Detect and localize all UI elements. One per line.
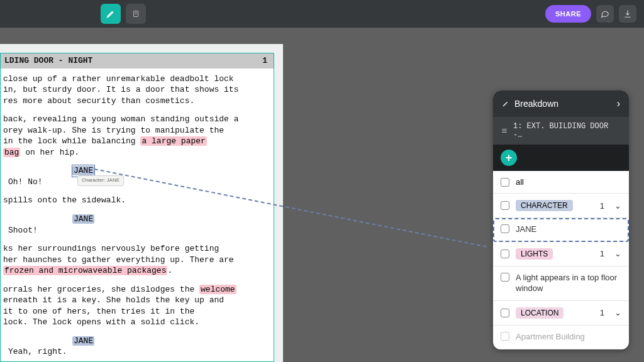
- tag-character[interactable]: JANE: [72, 166, 94, 175]
- tag-item-jane[interactable]: JANE: [493, 218, 629, 242]
- tag-item-label: JANE: [516, 224, 536, 235]
- document-mode-button[interactable]: [126, 4, 146, 24]
- category-count: 1: [600, 249, 604, 258]
- chevron-down-icon[interactable]: ⌄: [614, 308, 621, 317]
- stage: LDING DOOR - NIGHT 1 close up of a rathe…: [0, 28, 644, 362]
- tag-character[interactable]: JANE: [72, 214, 94, 224]
- checkbox[interactable]: [501, 332, 509, 341]
- category-count: 1: [600, 201, 604, 211]
- checkbox[interactable]: [501, 309, 509, 317]
- category-count: 1: [600, 308, 604, 317]
- tag-item-label: Apartment Building: [516, 332, 585, 343]
- category-pill: CHARACTER: [516, 200, 573, 211]
- action-paragraph: back, revealing a young woman standing o…: [3, 114, 270, 158]
- character-cue[interactable]: JANE Character: JANE: [3, 165, 270, 177]
- dialogue: Shoot!: [3, 225, 270, 236]
- chevron-down-icon[interactable]: ⌄: [614, 249, 621, 258]
- checkbox[interactable]: [501, 201, 509, 210]
- comment-button[interactable]: [596, 5, 614, 23]
- tag-item-location[interactable]: Apartment Building: [493, 326, 629, 349]
- panel-scene-label: 1: EXT. BUILDING DOOR -…: [513, 122, 621, 140]
- topbar-left: [101, 4, 146, 24]
- dialogue: Yeah, right.: [3, 346, 270, 358]
- scene-heading[interactable]: LDING DOOR - NIGHT 1: [1, 53, 274, 69]
- add-tag-button[interactable]: +: [501, 150, 517, 166]
- category-pill: LOCATION: [516, 307, 564, 319]
- action-paragraph: ks her surroundings nervously before get…: [3, 243, 270, 277]
- chevron-right-icon: ›: [617, 98, 620, 109]
- character-cue[interactable]: JANE: [3, 336, 270, 347]
- action-paragraph: orrals her groceries, she dislodges the …: [3, 284, 270, 328]
- download-button[interactable]: [619, 5, 636, 23]
- action-paragraph: spills onto the sidewalk.: [3, 195, 270, 206]
- page-wrapper: LDING DOOR - NIGHT 1 close up of a rathe…: [0, 44, 283, 362]
- checkbox[interactable]: [501, 250, 509, 258]
- breakdown-panel: Breakdown › 1: EXT. BUILDING DOOR -… + a…: [493, 90, 629, 349]
- checkbox[interactable]: [501, 273, 509, 282]
- magic-wand-icon: [502, 100, 509, 107]
- chevron-down-icon[interactable]: ⌄: [614, 201, 621, 211]
- dialogue: Oh! No!: [3, 177, 270, 188]
- panel-header[interactable]: Breakdown ›: [493, 90, 629, 117]
- character-cue[interactable]: JANE: [3, 214, 270, 225]
- panel-scene-row[interactable]: 1: EXT. BUILDING DOOR -…: [493, 117, 629, 145]
- script-page[interactable]: LDING DOOR - NIGHT 1 close up of a rathe…: [0, 53, 274, 362]
- category-pill: LIGHTS: [516, 248, 553, 260]
- category-row-lights[interactable]: LIGHTS 1 ⌄: [493, 242, 629, 266]
- panel-add-row: +: [493, 145, 629, 171]
- checkbox[interactable]: [501, 178, 509, 187]
- tag-prop[interactable]: bag: [3, 148, 20, 157]
- tag-item-label: A light appears in a top floor window: [516, 273, 621, 294]
- tag-character[interactable]: JANE: [72, 336, 94, 346]
- category-label: all: [516, 177, 524, 187]
- tag-item-light[interactable]: A light appears in a top floor window: [493, 266, 629, 301]
- checkbox[interactable]: [501, 224, 509, 233]
- topbar: SHARE: [0, 0, 644, 28]
- tag-prop[interactable]: welcome: [199, 285, 236, 294]
- share-button[interactable]: SHARE: [545, 5, 591, 23]
- topbar-right: SHARE: [545, 5, 636, 23]
- tag-prop[interactable]: a large paper: [140, 136, 206, 146]
- list-icon: [501, 128, 508, 134]
- tag-prop[interactable]: frozen and microwaveable packages: [3, 266, 167, 275]
- action-paragraph: close up of a rather unremarkable deadbo…: [3, 74, 270, 107]
- panel-title: Breakdown: [514, 99, 558, 109]
- scene-number: 1: [262, 55, 270, 67]
- category-row-location[interactable]: LOCATION 1 ⌄: [493, 301, 629, 326]
- tag-tooltip: Character: JANE: [77, 175, 124, 186]
- scene-heading-text: LDING DOOR - NIGHT: [4, 55, 92, 67]
- category-row-character[interactable]: CHARACTER 1 ⌄: [493, 194, 629, 218]
- edit-mode-button[interactable]: [101, 4, 121, 24]
- category-row-all[interactable]: all: [493, 171, 629, 194]
